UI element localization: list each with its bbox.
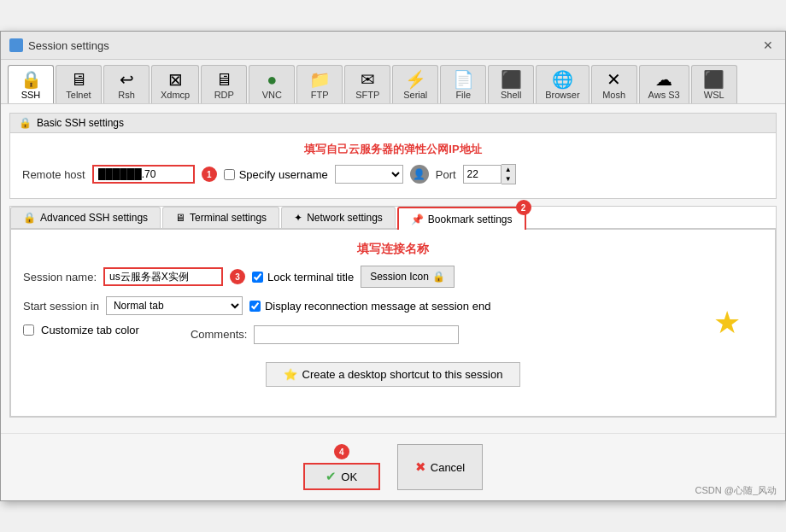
title-bar-title: Session settings — [9, 38, 109, 52]
advanced-ssh-icon: 🔒 — [23, 212, 36, 224]
basic-ssh-hint: 填写自己云服务器的弹性公网IP地址 — [304, 143, 481, 155]
session-icon-label: Session Icon — [370, 271, 429, 283]
lock-terminal-checkbox[interactable] — [252, 272, 263, 283]
tab-shell-label: Shell — [501, 90, 521, 100]
port-input[interactable] — [463, 165, 502, 184]
remote-host-label: Remote host — [22, 168, 85, 181]
port-decrement-button[interactable]: ▼ — [502, 174, 515, 184]
tab-ssh[interactable]: 🔒 SSH — [8, 65, 54, 103]
username-select[interactable] — [335, 165, 403, 184]
tab-vnc[interactable]: ● VNC — [249, 65, 295, 103]
shortcut-button[interactable]: ⭐ Create a desktop shortcut to this sess… — [266, 362, 521, 387]
lock-terminal-label: Lock terminal title — [267, 271, 354, 284]
ok-button[interactable]: ✔ OK — [303, 463, 380, 490]
session-icon-button[interactable]: Session Icon 🔒 — [361, 266, 455, 288]
shortcut-label: Create a desktop shortcut to this sessio… — [302, 368, 503, 381]
tab-awss3[interactable]: ☁ Aws S3 — [639, 65, 689, 103]
tab-xdmcp-label: Xdmcp — [161, 90, 190, 100]
cancel-button[interactable]: ✖ Cancel — [397, 444, 483, 490]
session-name-label: Session name: — [23, 271, 97, 284]
start-session-row: Start session in Normal tab Display reco… — [23, 296, 763, 315]
tab-ftp[interactable]: 📁 FTP — [296, 65, 343, 103]
tab-rsh[interactable]: ↩ Rsh — [103, 65, 150, 103]
content-area: 🔒 Basic SSH settings 填写自己云服务器的弹性公网IP地址 R… — [1, 104, 785, 433]
cancel-label: Cancel — [431, 461, 465, 474]
rsh-icon: ↩ — [120, 71, 134, 88]
step2-badge: 2 — [516, 200, 531, 215]
display-reconnection-row: Display reconnection message at session … — [249, 300, 490, 313]
tab-advanced-ssh[interactable]: 🔒 Advanced SSH settings — [10, 207, 161, 228]
remote-host-row: Remote host 1 Specify username 👤 Port — [22, 164, 764, 184]
step1-badge: 1 — [202, 167, 217, 182]
session-settings-window: Session settings ✕ 🔒 SSH 🖥 Telnet ↩ Rsh … — [0, 31, 786, 501]
tab-wsl-label: WSL — [704, 90, 724, 100]
network-icon: ✦ — [294, 212, 302, 224]
display-reconnection-checkbox[interactable] — [249, 301, 261, 312]
terminal-icon: 🖥 — [175, 212, 185, 224]
sub-tabs: 🔒 Advanced SSH settings 🖥 Terminal setti… — [10, 207, 776, 230]
tab-vnc-label: VNC — [262, 90, 282, 100]
bookmark-icon: 📌 — [411, 213, 424, 225]
tab-file-label: File — [455, 90, 471, 100]
customize-tab-color-checkbox[interactable] — [23, 324, 34, 336]
network-label: Network settings — [307, 212, 383, 224]
serial-icon: ⚡ — [405, 71, 426, 88]
start-session-label: Start session in — [23, 300, 99, 313]
session-name-input[interactable] — [103, 267, 223, 286]
tab-rdp[interactable]: 🖥 RDP — [201, 65, 247, 103]
basic-ssh-group: 🔒 Basic SSH settings 填写自己云服务器的弹性公网IP地址 R… — [9, 113, 777, 199]
shortcut-icon: ⭐ — [284, 368, 297, 381]
close-button[interactable]: ✕ — [760, 37, 777, 54]
star-decoration: ★ — [713, 305, 741, 341]
tab-bookmark[interactable]: 📌 Bookmark settings 2 — [397, 207, 526, 230]
sftp-icon: ✉ — [361, 71, 375, 88]
tab-telnet-label: Telnet — [66, 90, 91, 100]
window-icon — [9, 38, 23, 52]
tab-browser-label: Browser — [545, 90, 579, 100]
tab-wsl[interactable]: ⬛ WSL — [691, 65, 737, 103]
ftp-icon: 📁 — [309, 71, 331, 88]
cancel-icon: ✖ — [415, 459, 426, 475]
title-bar: Session settings ✕ — [1, 32, 785, 60]
display-reconnection-label: Display reconnection message at session … — [265, 300, 490, 313]
start-session-select[interactable]: Normal tab — [106, 296, 243, 315]
specify-username-checkbox[interactable] — [224, 169, 235, 180]
tab-telnet[interactable]: 🖥 Telnet — [56, 65, 102, 103]
mosh-icon: ✕ — [607, 71, 621, 88]
tab-sftp[interactable]: ✉ SFTP — [344, 65, 390, 103]
browser-icon: 🌐 — [552, 71, 573, 88]
xdmcp-icon: ⊠ — [168, 71, 183, 88]
tab-network[interactable]: ✦ Network settings — [281, 207, 396, 228]
tab-sftp-label: SFTP — [355, 90, 379, 100]
tab-awss3-label: Aws S3 — [648, 90, 680, 100]
advanced-ssh-label: Advanced SSH settings — [40, 212, 148, 224]
specify-username-label: Specify username — [239, 168, 328, 181]
telnet-icon: 🖥 — [70, 71, 87, 88]
basic-ssh-icon: 🔒 — [19, 117, 32, 129]
port-label: Port — [436, 168, 456, 181]
tab-shell[interactable]: ⬛ Shell — [488, 65, 534, 103]
protocol-tabs: 🔒 SSH 🖥 Telnet ↩ Rsh ⊠ Xdmcp 🖥 RDP ● VNC… — [1, 60, 785, 104]
ok-icon: ✔ — [326, 469, 337, 484]
sub-settings-group: 🔒 Advanced SSH settings 🖥 Terminal setti… — [9, 206, 777, 418]
step4-badge: 4 — [334, 444, 349, 459]
basic-ssh-tab-label: Basic SSH settings — [37, 117, 124, 129]
tab-browser[interactable]: 🌐 Browser — [536, 65, 589, 103]
comments-input[interactable] — [254, 325, 459, 344]
port-increment-button[interactable]: ▲ — [502, 165, 515, 174]
rdp-icon: 🖥 — [215, 71, 232, 88]
port-spinner-buttons: ▲ ▼ — [502, 164, 516, 184]
tab-serial[interactable]: ⚡ Serial — [392, 65, 438, 103]
bookmark-label: Bookmark settings — [428, 213, 513, 225]
tab-mosh[interactable]: ✕ Mosh — [591, 65, 637, 103]
tab-ssh-label: SSH — [21, 90, 41, 100]
basic-ssh-tab: 🔒 Basic SSH settings — [10, 114, 776, 133]
remote-host-input[interactable] — [92, 165, 195, 184]
tab-xdmcp[interactable]: ⊠ Xdmcp — [151, 65, 199, 103]
window-title: Session settings — [28, 39, 109, 52]
tab-file[interactable]: 📄 File — [440, 65, 486, 103]
ssh-icon: 🔒 — [21, 71, 42, 88]
tab-rsh-label: Rsh — [118, 90, 135, 100]
shell-icon: ⬛ — [501, 71, 522, 88]
tab-terminal[interactable]: 🖥 Terminal settings — [162, 207, 279, 228]
